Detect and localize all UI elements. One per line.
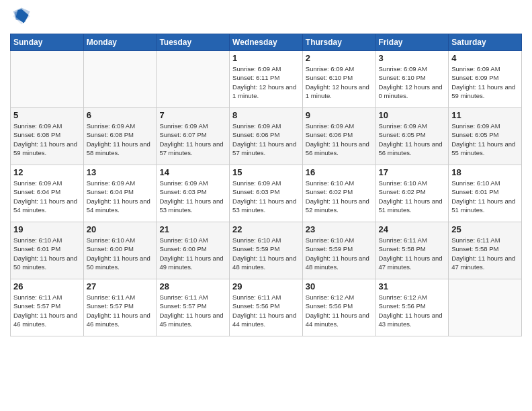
calendar-cell: 1Sunrise: 6:09 AM Sunset: 6:11 PM Daylig… <box>230 51 303 108</box>
calendar-cell <box>83 51 157 108</box>
day-number: 22 <box>232 224 300 234</box>
calendar-week-row-4: 26Sunrise: 6:11 AM Sunset: 5:57 PM Dayli… <box>11 279 522 336</box>
calendar-cell: 22Sunrise: 6:10 AM Sunset: 5:59 PM Dayli… <box>230 222 303 279</box>
day-info: Sunrise: 6:10 AM Sunset: 6:01 PM Dayligh… <box>13 236 81 271</box>
day-info: Sunrise: 6:09 AM Sunset: 6:10 PM Dayligh… <box>379 64 446 100</box>
calendar-cell: 19Sunrise: 6:10 AM Sunset: 6:01 PM Dayli… <box>11 222 84 279</box>
calendar-cell: 28Sunrise: 6:11 AM Sunset: 5:57 PM Dayli… <box>157 279 230 336</box>
calendar-cell: 3Sunrise: 6:09 AM Sunset: 6:10 PM Daylig… <box>375 51 449 108</box>
day-number: 28 <box>159 281 226 291</box>
calendar-cell: 21Sunrise: 6:10 AM Sunset: 6:00 PM Dayli… <box>157 222 230 279</box>
calendar-cell: 24Sunrise: 6:11 AM Sunset: 5:58 PM Dayli… <box>375 222 449 279</box>
day-number: 13 <box>87 167 154 177</box>
day-info: Sunrise: 6:09 AM Sunset: 6:10 PM Dayligh… <box>306 64 373 100</box>
logo <box>10 7 31 28</box>
weekday-header-wednesday: Wednesday <box>230 34 303 51</box>
calendar-cell: 20Sunrise: 6:10 AM Sunset: 6:00 PM Dayli… <box>83 222 157 279</box>
day-info: Sunrise: 6:12 AM Sunset: 5:56 PM Dayligh… <box>306 293 373 328</box>
day-info: Sunrise: 6:09 AM Sunset: 6:07 PM Dayligh… <box>159 122 226 157</box>
day-info: Sunrise: 6:09 AM Sunset: 6:06 PM Dayligh… <box>306 122 373 157</box>
day-info: Sunrise: 6:09 AM Sunset: 6:08 PM Dayligh… <box>13 122 81 157</box>
day-info: Sunrise: 6:09 AM Sunset: 6:03 PM Dayligh… <box>232 179 300 214</box>
calendar-cell: 4Sunrise: 6:09 AM Sunset: 6:09 PM Daylig… <box>449 51 522 108</box>
day-number: 5 <box>13 110 81 120</box>
day-number: 4 <box>451 53 519 63</box>
day-info: Sunrise: 6:09 AM Sunset: 6:05 PM Dayligh… <box>451 122 519 157</box>
weekday-header-thursday: Thursday <box>302 34 375 51</box>
day-info: Sunrise: 6:10 AM Sunset: 6:01 PM Dayligh… <box>451 179 519 214</box>
day-info: Sunrise: 6:11 AM Sunset: 5:57 PM Dayligh… <box>87 293 154 328</box>
calendar-cell: 30Sunrise: 6:12 AM Sunset: 5:56 PM Dayli… <box>302 279 375 336</box>
day-number: 9 <box>306 110 373 120</box>
calendar-cell: 10Sunrise: 6:09 AM Sunset: 6:05 PM Dayli… <box>375 108 449 165</box>
day-info: Sunrise: 6:09 AM Sunset: 6:04 PM Dayligh… <box>13 179 81 214</box>
day-number: 26 <box>13 281 81 291</box>
day-number: 2 <box>306 53 373 63</box>
header-area <box>10 7 522 28</box>
day-number: 8 <box>232 110 300 120</box>
day-info: Sunrise: 6:09 AM Sunset: 6:11 PM Dayligh… <box>232 64 300 100</box>
day-number: 21 <box>159 224 226 234</box>
calendar-table: SundayMondayTuesdayWednesdayThursdayFrid… <box>10 34 522 336</box>
calendar-cell: 6Sunrise: 6:09 AM Sunset: 6:08 PM Daylig… <box>83 108 157 165</box>
calendar-cell: 5Sunrise: 6:09 AM Sunset: 6:08 PM Daylig… <box>11 108 84 165</box>
day-number: 19 <box>13 224 81 234</box>
day-info: Sunrise: 6:10 AM Sunset: 6:02 PM Dayligh… <box>306 179 373 214</box>
day-info: Sunrise: 6:11 AM Sunset: 5:58 PM Dayligh… <box>379 236 446 271</box>
calendar-cell: 14Sunrise: 6:09 AM Sunset: 6:03 PM Dayli… <box>157 165 230 222</box>
day-info: Sunrise: 6:10 AM Sunset: 6:00 PM Dayligh… <box>159 236 226 271</box>
day-info: Sunrise: 6:09 AM Sunset: 6:03 PM Dayligh… <box>159 179 226 214</box>
weekday-header-tuesday: Tuesday <box>157 34 230 51</box>
main-container: SundayMondayTuesdayWednesdayThursdayFrid… <box>0 0 532 343</box>
day-info: Sunrise: 6:09 AM Sunset: 6:09 PM Dayligh… <box>451 64 519 100</box>
day-info: Sunrise: 6:10 AM Sunset: 5:59 PM Dayligh… <box>232 236 300 271</box>
calendar-cell: 8Sunrise: 6:09 AM Sunset: 6:06 PM Daylig… <box>230 108 303 165</box>
day-number: 20 <box>87 224 154 234</box>
day-number: 6 <box>87 110 154 120</box>
weekday-header-sunday: Sunday <box>11 34 84 51</box>
calendar-cell: 17Sunrise: 6:10 AM Sunset: 6:02 PM Dayli… <box>375 165 449 222</box>
calendar-cell: 27Sunrise: 6:11 AM Sunset: 5:57 PM Dayli… <box>83 279 157 336</box>
day-info: Sunrise: 6:09 AM Sunset: 6:08 PM Dayligh… <box>87 122 154 157</box>
calendar-cell: 26Sunrise: 6:11 AM Sunset: 5:57 PM Dayli… <box>11 279 84 336</box>
day-number: 1 <box>232 53 300 63</box>
calendar-week-row-3: 19Sunrise: 6:10 AM Sunset: 6:01 PM Dayli… <box>11 222 522 279</box>
day-number: 10 <box>379 110 446 120</box>
calendar-cell: 7Sunrise: 6:09 AM Sunset: 6:07 PM Daylig… <box>157 108 230 165</box>
calendar-cell: 9Sunrise: 6:09 AM Sunset: 6:06 PM Daylig… <box>302 108 375 165</box>
calendar-week-row-0: 1Sunrise: 6:09 AM Sunset: 6:11 PM Daylig… <box>11 51 522 108</box>
day-info: Sunrise: 6:11 AM Sunset: 5:58 PM Dayligh… <box>451 236 519 271</box>
weekday-header-saturday: Saturday <box>449 34 522 51</box>
day-info: Sunrise: 6:09 AM Sunset: 6:06 PM Dayligh… <box>232 122 300 157</box>
day-number: 7 <box>159 110 226 120</box>
day-number: 31 <box>379 281 446 291</box>
day-number: 23 <box>306 224 373 234</box>
day-info: Sunrise: 6:11 AM Sunset: 5:56 PM Dayligh… <box>232 293 300 328</box>
day-number: 29 <box>232 281 300 291</box>
weekday-header-row: SundayMondayTuesdayWednesdayThursdayFrid… <box>11 34 522 51</box>
calendar-cell: 29Sunrise: 6:11 AM Sunset: 5:56 PM Dayli… <box>230 279 303 336</box>
day-info: Sunrise: 6:09 AM Sunset: 6:05 PM Dayligh… <box>379 122 446 157</box>
calendar-cell: 13Sunrise: 6:09 AM Sunset: 6:04 PM Dayli… <box>83 165 157 222</box>
calendar-cell: 15Sunrise: 6:09 AM Sunset: 6:03 PM Dayli… <box>230 165 303 222</box>
day-info: Sunrise: 6:12 AM Sunset: 5:56 PM Dayligh… <box>379 293 446 328</box>
day-info: Sunrise: 6:10 AM Sunset: 5:59 PM Dayligh… <box>306 236 373 271</box>
calendar-cell <box>157 51 230 108</box>
logo-icon <box>12 7 31 26</box>
calendar-cell <box>449 279 522 336</box>
weekday-header-monday: Monday <box>83 34 157 51</box>
day-number: 27 <box>87 281 154 291</box>
day-number: 30 <box>306 281 373 291</box>
calendar-cell: 2Sunrise: 6:09 AM Sunset: 6:10 PM Daylig… <box>302 51 375 108</box>
calendar-cell: 18Sunrise: 6:10 AM Sunset: 6:01 PM Dayli… <box>449 165 522 222</box>
calendar-week-row-2: 12Sunrise: 6:09 AM Sunset: 6:04 PM Dayli… <box>11 165 522 222</box>
calendar-cell: 31Sunrise: 6:12 AM Sunset: 5:56 PM Dayli… <box>375 279 449 336</box>
calendar-cell <box>11 51 84 108</box>
day-info: Sunrise: 6:11 AM Sunset: 5:57 PM Dayligh… <box>13 293 81 328</box>
day-number: 16 <box>306 167 373 177</box>
day-number: 17 <box>379 167 446 177</box>
day-number: 3 <box>379 53 446 63</box>
day-number: 18 <box>451 167 519 177</box>
day-info: Sunrise: 6:10 AM Sunset: 6:02 PM Dayligh… <box>379 179 446 214</box>
day-info: Sunrise: 6:11 AM Sunset: 5:57 PM Dayligh… <box>159 293 226 328</box>
